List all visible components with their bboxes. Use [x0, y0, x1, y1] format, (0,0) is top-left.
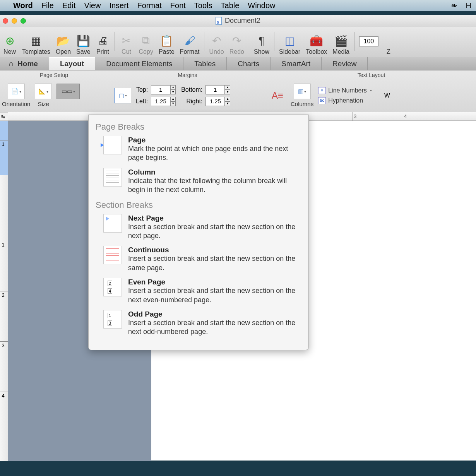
ruler-vertical[interactable]: 1 1 2 3 4	[0, 121, 8, 461]
break-continuous-icon	[103, 246, 122, 264]
section-breaks-heading: Section Breaks	[96, 200, 301, 210]
tab-layout[interactable]: Layout	[49, 57, 95, 70]
paste-icon: 📋	[159, 34, 173, 48]
right-margin-input[interactable]: ▲▼	[205, 97, 233, 106]
break-odd-page-icon: 13	[103, 310, 122, 329]
show-button[interactable]: ¶Show	[252, 34, 272, 55]
direction-button[interactable]: A≡	[269, 88, 286, 103]
break-column-icon	[103, 168, 122, 187]
size-button[interactable]: 📐▾ Size	[35, 84, 52, 107]
break-even-page[interactable]: 24 Even PageInsert a section break and s…	[96, 278, 301, 305]
menu-format[interactable]: Format	[137, 1, 161, 10]
top-margin-label: Top:	[136, 86, 148, 93]
document-icon	[216, 17, 222, 25]
group-title: Margins	[114, 71, 261, 80]
format-painter-button[interactable]: 🖌Format	[178, 34, 202, 55]
left-margin-input[interactable]: ▲▼	[151, 97, 178, 106]
left-margin-label: Left:	[136, 98, 148, 105]
margins-icon: ▢▾	[114, 88, 131, 103]
evernote-icon[interactable]: ❧	[451, 1, 457, 10]
menu-cut-right: H	[466, 1, 471, 10]
break-column[interactable]: ColumnIndicate that the text following t…	[96, 168, 301, 195]
break-page[interactable]: PageMark the point at which one page end…	[96, 136, 301, 163]
bottom-margin-label: Bottom:	[181, 86, 202, 93]
breaks-icon: ▭▭▾	[57, 84, 80, 99]
ruler-tick: 3	[353, 112, 356, 121]
group-margins: Margins ▢▾ Top: ▲▼ Bottom: ▲▼ Left: ▲▼ R…	[110, 70, 265, 112]
line-numbers-button[interactable]: ≡Line Numbers ▾	[318, 87, 372, 94]
ruler-tick: 4	[403, 112, 407, 121]
save-icon: 💾	[76, 34, 90, 48]
open-icon: 📂	[56, 34, 70, 48]
tab-review[interactable]: Review	[322, 57, 368, 70]
size-icon: 📐▾	[35, 84, 52, 99]
break-continuous[interactable]: ContinuousInsert a section break and sta…	[96, 246, 301, 272]
paste-button[interactable]: 📋Paste	[156, 34, 177, 55]
titlebar: Document2	[0, 15, 476, 27]
document-name: Document2	[225, 17, 260, 25]
ruler-corner[interactable]: ↹	[0, 112, 8, 121]
margins-preset-button[interactable]: ▢▾	[114, 88, 131, 103]
group-text-layout: Text Layout A≡ ▥▾ Columns ≡Line Numbers …	[265, 70, 476, 112]
tab-document-elements[interactable]: Document Elements	[95, 57, 183, 70]
menu-window[interactable]: Window	[248, 1, 275, 10]
copy-icon: ⧉	[139, 34, 153, 48]
undo-icon: ↶	[210, 34, 224, 48]
app-name[interactable]: Word	[13, 1, 33, 10]
minimize-window-button[interactable]	[12, 18, 17, 24]
toolbox-icon: 🧰	[310, 34, 324, 48]
templates-button[interactable]: ▦Templates	[20, 34, 53, 55]
save-button[interactable]: 💾Save	[74, 34, 92, 55]
close-window-button[interactable]	[3, 18, 8, 24]
menu-file[interactable]: File	[41, 1, 54, 10]
page-breaks-heading: Page Breaks	[96, 122, 301, 132]
sidebar-button[interactable]: ◫Sidebar	[277, 34, 303, 55]
menu-insert[interactable]: Insert	[109, 1, 128, 10]
mac-menubar: Word File Edit View Insert Format Font T…	[0, 0, 476, 11]
new-icon: ⊕	[3, 34, 17, 48]
orientation-button[interactable]: 📄▾ Orientation	[2, 84, 30, 107]
zoom-window-button[interactable]	[21, 18, 26, 24]
hyphenation-icon: bc	[318, 97, 326, 104]
pilcrow-icon: ¶	[255, 34, 269, 48]
sidebar-icon: ◫	[283, 34, 297, 48]
undo-button[interactable]: ↶Undo	[207, 34, 226, 55]
menu-edit[interactable]: Edit	[62, 1, 75, 10]
ribbon-tabs: Home Layout Document Elements Tables Cha…	[0, 57, 476, 70]
media-button[interactable]: 🎬Media	[330, 34, 352, 55]
tab-home[interactable]: Home	[0, 57, 49, 70]
media-icon: 🎬	[334, 34, 348, 48]
bottom-margin-input[interactable]: ▲▼	[205, 85, 233, 94]
hyphenation-button[interactable]: bcHyphenation	[318, 97, 372, 104]
break-odd-page[interactable]: 13 Odd PageInsert a section break and st…	[96, 310, 301, 337]
top-margin-input[interactable]: ▲▼	[151, 85, 178, 94]
print-button[interactable]: 🖨Print	[94, 34, 112, 55]
ribbon-layout: Page Setup 📄▾ Orientation 📐▾ Size ▭▭▾ Ma…	[0, 70, 476, 112]
redo-icon: ↷	[230, 34, 244, 48]
menu-tools[interactable]: Tools	[194, 1, 212, 10]
tab-smartart[interactable]: SmartArt	[271, 57, 322, 70]
group-title: Text Layout	[269, 71, 474, 80]
copy-button[interactable]: ⧉Copy	[137, 34, 156, 55]
menu-table[interactable]: Table	[221, 1, 240, 10]
break-page-icon	[103, 136, 122, 154]
break-next-page-icon	[103, 214, 122, 233]
menu-view[interactable]: View	[84, 1, 101, 10]
tab-charts[interactable]: Charts	[227, 57, 271, 70]
line-numbers-icon: ≡	[318, 87, 326, 94]
breaks-button[interactable]: ▭▭▾	[57, 84, 80, 107]
columns-icon: ▥▾	[294, 84, 311, 99]
zoom-label-cut: Z	[379, 34, 398, 55]
break-next-page[interactable]: Next PageInsert a section break and star…	[96, 214, 301, 241]
open-button[interactable]: 📂Open	[53, 34, 73, 55]
new-button[interactable]: ⊕New	[0, 34, 19, 55]
direction-icon: A≡	[269, 88, 286, 103]
cut-button[interactable]: ✂Cut	[117, 34, 136, 55]
breaks-dropdown: Page Breaks PageMark the point at which …	[88, 115, 309, 350]
redo-button[interactable]: ↷Redo	[227, 34, 247, 55]
toolbox-button[interactable]: 🧰Toolbox	[303, 34, 329, 55]
zoom-input[interactable]	[359, 36, 378, 46]
tab-tables[interactable]: Tables	[183, 57, 227, 70]
columns-button[interactable]: ▥▾ Columns	[291, 84, 313, 107]
menu-font[interactable]: Font	[170, 1, 186, 10]
